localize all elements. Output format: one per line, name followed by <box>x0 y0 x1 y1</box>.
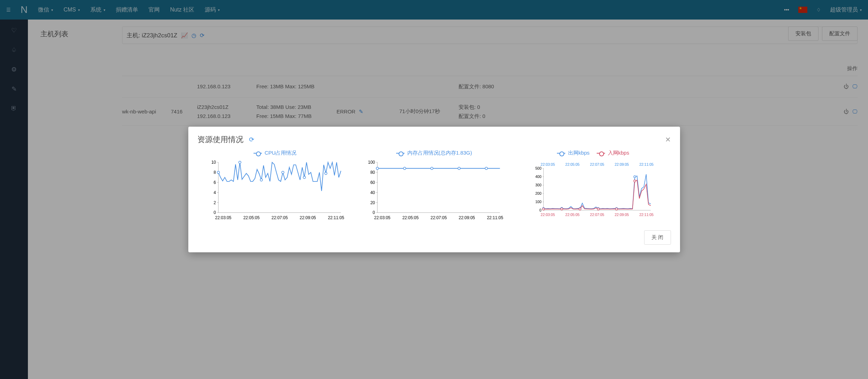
svg-text:22:03:05: 22:03:05 <box>541 213 555 217</box>
svg-text:100: 100 <box>368 161 375 165</box>
svg-point-14 <box>217 171 219 174</box>
svg-text:0: 0 <box>213 210 216 215</box>
svg-point-19 <box>324 172 327 174</box>
svg-text:40: 40 <box>370 190 375 195</box>
svg-text:22:03:05: 22:03:05 <box>215 215 231 220</box>
svg-text:22:03:05: 22:03:05 <box>541 162 555 166</box>
legend-mem[interactable]: 内存占用情况(总内存1.83G) <box>396 150 472 156</box>
svg-text:6: 6 <box>213 180 216 185</box>
legend-cpu[interactable]: CPU占用情况 <box>254 150 297 156</box>
svg-point-39 <box>376 167 378 170</box>
svg-point-18 <box>303 176 305 179</box>
svg-point-75 <box>560 208 563 210</box>
svg-point-79 <box>634 180 636 182</box>
svg-text:0: 0 <box>372 210 375 215</box>
svg-point-77 <box>597 208 599 210</box>
svg-point-17 <box>281 171 284 174</box>
svg-text:22:07:05: 22:07:05 <box>271 215 288 220</box>
svg-point-78 <box>615 208 617 210</box>
svg-point-40 <box>403 167 406 170</box>
svg-text:22:11:05: 22:11:05 <box>639 162 654 166</box>
svg-text:60: 60 <box>370 180 375 185</box>
svg-text:100: 100 <box>535 200 541 204</box>
svg-point-76 <box>579 208 581 210</box>
resource-modal: 资源使用情况 ⟳ ✕ CPU占用情况 024681022:03:0522:05:… <box>188 127 680 252</box>
modal-overlay: 资源使用情况 ⟳ ✕ CPU占用情况 024681022:03:0522:05:… <box>0 0 868 379</box>
svg-text:80: 80 <box>370 170 375 175</box>
svg-point-73 <box>634 176 636 178</box>
modal-refresh-icon[interactable]: ⟳ <box>249 136 254 143</box>
svg-point-15 <box>239 161 241 164</box>
svg-point-74 <box>542 208 544 210</box>
svg-point-43 <box>485 167 488 170</box>
svg-text:22:09:05: 22:09:05 <box>614 162 629 166</box>
svg-text:22:07:05: 22:07:05 <box>430 215 447 220</box>
svg-text:22:07:05: 22:07:05 <box>590 213 604 217</box>
svg-text:200: 200 <box>535 191 541 195</box>
svg-point-42 <box>458 167 460 170</box>
svg-text:22:07:05: 22:07:05 <box>590 162 604 166</box>
svg-text:22:11:05: 22:11:05 <box>487 215 503 220</box>
svg-text:22:11:05: 22:11:05 <box>328 215 344 220</box>
modal-close-icon[interactable]: ✕ <box>665 135 671 144</box>
svg-text:0: 0 <box>539 208 541 212</box>
modal-title: 资源使用情况 <box>197 134 243 145</box>
svg-text:2: 2 <box>213 200 216 205</box>
modal-close-button[interactable]: 关 闭 <box>644 230 671 245</box>
svg-text:22:11:05: 22:11:05 <box>639 213 654 217</box>
cpu-chart-svg: 024681022:03:0522:05:0522:07:0522:09:052… <box>197 161 353 223</box>
legend-net-in[interactable]: 入网kbps <box>597 150 629 156</box>
svg-text:8: 8 <box>213 170 216 175</box>
svg-text:500: 500 <box>535 166 541 170</box>
net-chart-svg: 22:03:0522:05:0522:07:0522:09:0522:11:05… <box>515 161 671 223</box>
mem-chart-svg: 02040608010022:03:0522:05:0522:07:0522:0… <box>356 161 512 223</box>
legend-net-out[interactable]: 出网kbps <box>557 150 590 156</box>
svg-text:4: 4 <box>213 190 216 195</box>
svg-point-41 <box>430 167 433 170</box>
svg-text:22:03:05: 22:03:05 <box>374 215 390 220</box>
svg-text:22:05:05: 22:05:05 <box>243 215 259 220</box>
svg-text:400: 400 <box>535 174 541 179</box>
svg-text:22:09:05: 22:09:05 <box>459 215 475 220</box>
svg-text:22:05:05: 22:05:05 <box>565 162 580 166</box>
cpu-chart: CPU占用情况 024681022:03:0522:05:0522:07:052… <box>197 150 353 223</box>
svg-text:22:05:05: 22:05:05 <box>565 213 580 217</box>
svg-text:20: 20 <box>370 200 375 205</box>
svg-text:22:05:05: 22:05:05 <box>402 215 418 220</box>
svg-text:22:09:05: 22:09:05 <box>614 213 629 217</box>
svg-text:22:09:05: 22:09:05 <box>300 215 316 220</box>
mem-chart: 内存占用情况(总内存1.83G) 02040608010022:03:0522:… <box>356 150 512 223</box>
svg-text:10: 10 <box>211 161 216 165</box>
svg-text:300: 300 <box>535 183 541 187</box>
net-chart: 出网kbps 入网kbps 22:03:0522:05:0522:07:0522… <box>515 150 671 223</box>
svg-point-16 <box>260 179 263 181</box>
